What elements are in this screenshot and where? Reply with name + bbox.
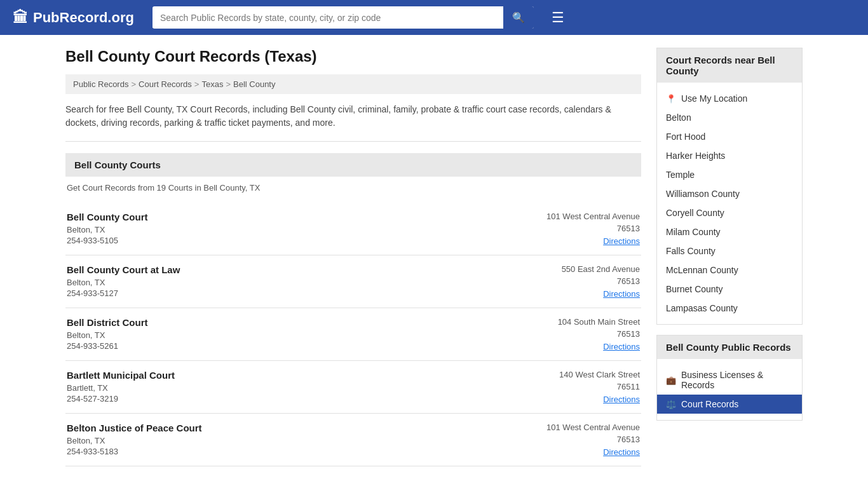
court-name: Bartlett Municipal Court [67,370,175,381]
court-info: Bartlett Municipal Court Bartlett, TX 25… [67,370,175,403]
nearby-item[interactable]: Milam County [657,222,802,241]
address-line1: 101 West Central Avenue [513,423,640,432]
court-address: 550 East 2nd Avenue 76513 Directions [513,264,640,299]
nearby-items-list: BeltonFort HoodHarker HeightsTempleWilli… [657,108,802,318]
court-info: Bell District Court Belton, TX 254-933-5… [67,317,148,351]
nearby-item[interactable]: Williamson County [657,184,802,203]
court-address: 101 West Central Avenue 76513 Directions [513,423,640,457]
address-line1: 101 West Central Avenue [513,212,640,221]
nearby-item[interactable]: Coryell County [657,203,802,222]
public-records-box: Bell County Public Records 💼Business Lic… [656,335,803,421]
breadcrumb-court-records[interactable]: Court Records [139,79,192,89]
court-location: Belton, TX [67,330,148,340]
address-line1: 104 South Main Street [513,317,640,327]
breadcrumb-sep-3: > [226,79,231,89]
site-header: 🏛 PubRecord.org 🔍 ☰ [0,0,868,35]
nearby-body: 📍 Use My Location BeltonFort HoodHarker … [657,83,802,324]
section-subtext: Get Court Records from 19 Courts in Bell… [65,183,641,193]
court-info: Bell County Court at Law Belton, TX 254-… [67,264,180,298]
courts-list: Bell County Court Belton, TX 254-933-510… [65,203,641,466]
court-phone: 254-527-3219 [67,394,175,403]
directions-link[interactable]: Directions [603,342,640,351]
court-address: 101 West Central Avenue 76513 Directions [513,212,640,246]
breadcrumb: Public Records > Court Records > Texas >… [65,74,641,94]
record-icon: ⚖️ [666,400,676,409]
court-address: 140 West Clark Street 76511 Directions [513,370,640,404]
court-info: Belton Justice of Peace Court Belton, TX… [67,423,202,456]
court-location: Bartlett, TX [67,383,175,393]
breadcrumb-sep-1: > [131,79,136,89]
record-label: Court Records [681,399,738,409]
public-records-item[interactable]: ⚖️Court Records [657,395,802,414]
address-line2: 76513 [513,276,640,286]
breadcrumb-bell-county[interactable]: Bell County [233,79,275,89]
logo[interactable]: 🏛 PubRecord.org [13,9,140,27]
nearby-item[interactable]: Harker Heights [657,146,802,165]
nearby-item[interactable]: McLennan County [657,261,802,280]
court-entry: Bell County Court at Law Belton, TX 254-… [65,255,641,308]
court-info: Bell County Court Belton, TX 254-933-510… [67,212,148,245]
nearby-box: Court Records near Bell County 📍 Use My … [656,48,803,325]
court-entry: Bell County Court Belton, TX 254-933-510… [65,203,641,255]
court-name: Bell District Court [67,317,148,328]
search-button[interactable]: 🔍 [503,6,534,29]
court-entry: Bell District Court Belton, TX 254-933-5… [65,308,641,361]
directions-link[interactable]: Directions [603,236,640,246]
logo-text: PubRecord.org [33,10,134,26]
breadcrumb-texas[interactable]: Texas [201,79,223,89]
public-records-title: Bell County Public Records [657,336,802,359]
breadcrumb-public-records[interactable]: Public Records [73,79,128,89]
directions-link[interactable]: Directions [603,289,640,299]
public-records-list: 💼Business Licenses & Records⚖️Court Reco… [657,365,802,414]
section-heading: Bell County Courts [65,153,641,177]
court-phone: 254-933-5183 [67,447,202,456]
court-address: 104 South Main Street 76513 Directions [513,317,640,351]
menu-button[interactable]: ☰ [546,7,569,29]
directions-link[interactable]: Directions [603,395,640,404]
nearby-item[interactable]: Belton [657,108,802,127]
court-location: Belton, TX [67,278,180,287]
public-records-item[interactable]: 💼Business Licenses & Records [657,365,802,395]
nearby-item[interactable]: Burnet County [657,280,802,299]
court-entry: Belton Justice of Peace Court Belton, TX… [65,414,641,466]
search-input[interactable] [153,8,503,28]
court-phone: 254-933-5105 [67,236,148,245]
sidebar: Court Records near Bell County 📍 Use My … [656,48,803,466]
nearby-item[interactable]: Fort Hood [657,127,802,146]
nearby-item[interactable]: Falls County [657,241,802,261]
court-entry: Bartlett Municipal Court Bartlett, TX 25… [65,361,641,414]
use-location-item[interactable]: 📍 Use My Location [657,89,802,108]
address-line1: 550 East 2nd Avenue [513,264,640,274]
nearby-item[interactable]: Temple [657,165,802,184]
court-location: Belton, TX [67,436,202,445]
nearby-title: Court Records near Bell County [657,48,802,83]
building-icon: 🏛 [13,9,28,27]
court-location: Belton, TX [67,225,148,234]
directions-link[interactable]: Directions [603,447,640,457]
breadcrumb-sep-2: > [194,79,200,89]
address-line2: 76513 [513,329,640,339]
address-line2: 76511 [513,382,640,391]
address-line2: 76513 [513,224,640,233]
search-bar: 🔍 [153,6,534,29]
address-line1: 140 West Clark Street [513,370,640,379]
court-name: Bell County Court at Law [67,264,180,275]
court-phone: 254-933-5261 [67,341,148,351]
pin-icon: 📍 [666,94,676,104]
court-name: Bell County Court [67,212,148,222]
main-container: Bell County Court Records (Texas) Public… [53,35,815,479]
use-location-label: Use My Location [681,93,747,104]
public-records-body: 💼Business Licenses & Records⚖️Court Reco… [657,359,802,420]
record-label: Business Licenses & Records [681,370,793,390]
nearby-item[interactable]: Lampasas County [657,299,802,318]
page-description: Search for free Bell County, TX Court Re… [65,103,641,142]
address-line2: 76513 [513,435,640,444]
record-icon: 💼 [666,376,676,385]
content-area: Bell County Court Records (Texas) Public… [65,48,641,466]
court-phone: 254-933-5127 [67,288,180,298]
page-title: Bell County Court Records (Texas) [65,48,641,65]
court-name: Belton Justice of Peace Court [67,423,202,433]
